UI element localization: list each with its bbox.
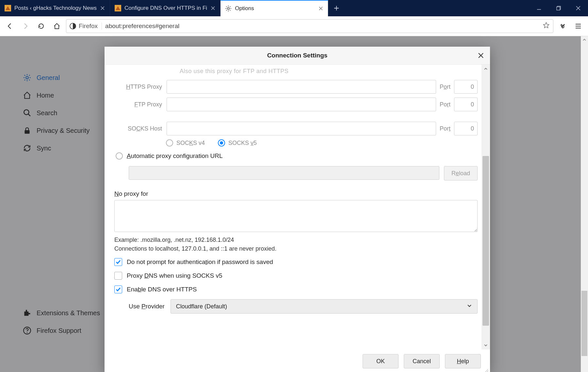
ftp-proxy-input[interactable] [167,98,436,111]
titlebar: Posts ‹ gHacks Technology News Configure… [0,0,588,16]
tab-label: Configure DNS Over HTTPS in Fi [124,5,207,11]
auto-url-radio[interactable] [116,152,123,160]
svg-point-2 [227,8,229,9]
no-proxy-textarea[interactable] [114,200,478,232]
close-icon[interactable] [318,6,323,11]
proxy-dns-socks-label: Proxy DNS when using SOCKS v5 [127,272,222,279]
new-tab-button[interactable] [328,0,345,16]
socks-host-input[interactable] [167,122,436,135]
page-scrollbar[interactable] [581,36,588,372]
enable-doh-checkbox[interactable] [114,286,122,293]
preferences-page: General Home Search Privacy & Security S… [0,36,588,372]
nav-toolbar: Firefox about:preferences#general [0,16,588,36]
dialog-footer: OK Cancel Help [105,349,490,372]
socks-port-input[interactable] [454,122,478,135]
gear-icon [225,5,232,12]
scroll-up-icon[interactable] [581,36,588,43]
bookmark-star-icon[interactable] [543,22,550,31]
browser-tab-1[interactable]: Configure DNS Over HTTPS in Fi [110,0,220,16]
window-restore-button[interactable] [549,0,568,16]
no-auth-prompt-checkbox[interactable] [114,258,122,266]
port-label: Port [436,84,454,90]
use-provider-label: Use Provider [129,303,165,310]
auto-url-input[interactable] [129,166,439,180]
svg-rect-4 [557,7,560,10]
window-close-button[interactable] [568,0,588,16]
socks-v4-radio[interactable]: SOCKS v4 [166,139,205,147]
favicon-icon [115,5,121,11]
dialog-close-button[interactable] [478,52,484,59]
tab-label: Options [235,5,315,12]
scroll-up-icon[interactable] [482,65,490,73]
provider-dropdown[interactable]: Cloudflare (Default) [171,299,478,314]
socks-host-label: SOCKS Host [114,125,167,132]
https-port-input[interactable] [454,80,478,94]
no-proxy-label: No proxy for [114,190,478,197]
cancel-button[interactable]: Cancel [404,354,440,368]
dialog-title: Connection Settings [267,52,328,59]
url-text: about:preferences#general [105,23,539,30]
scroll-down-icon[interactable] [482,341,490,349]
back-button[interactable] [3,20,16,33]
resize-handle[interactable] [484,367,489,372]
auto-url-label: Automatic proxy configuration URL [127,152,223,160]
connection-settings-dialog: Connection Settings Also use this proxy … [105,47,490,372]
url-bar[interactable]: Firefox about:preferences#general [66,19,553,33]
close-icon[interactable] [210,6,216,11]
reload-button[interactable]: Reload [444,166,478,180]
https-proxy-label: HTTPS Proxy [114,84,167,90]
ftp-proxy-label: FTP Proxy [114,101,167,108]
provider-value: Cloudflare (Default) [176,303,227,310]
ok-button[interactable]: OK [363,354,399,368]
port-label: Port [436,125,454,132]
identity-box[interactable]: Firefox [70,23,102,30]
window-minimize-button[interactable] [529,0,549,16]
browser-tab-0[interactable]: Posts ‹ gHacks Technology News [0,0,110,16]
help-button[interactable]: Help [445,354,481,368]
no-proxy-example: Example: .mozilla.org, .net.nz, 192.168.… [114,237,478,243]
also-proxy-text: Also use this proxy for FTP and HTTPS [180,68,478,75]
scroll-thumb[interactable] [581,291,587,356]
localhost-note: Connections to localhost, 127.0.0.1, and… [114,245,478,252]
dialog-body: Also use this proxy for FTP and HTTPS HT… [105,65,490,349]
no-auth-prompt-label: Do not prompt for authentication if pass… [127,258,273,266]
menu-button[interactable] [572,20,585,33]
overflow-button[interactable] [556,20,569,33]
scroll-thumb[interactable] [482,156,489,326]
enable-doh-label: Enable DNS over HTTPS [127,286,197,293]
forward-button[interactable] [19,20,32,33]
dialog-header: Connection Settings [105,47,490,65]
socks-v5-radio[interactable]: SOCKS v5 [218,139,257,147]
port-label: Port [436,101,454,108]
proxy-dns-socks-checkbox[interactable] [114,272,122,280]
tab-label: Posts ‹ gHacks Technology News [14,5,97,11]
identity-label: Firefox [79,23,98,30]
reload-button[interactable] [35,20,48,33]
https-proxy-input[interactable] [167,80,436,94]
close-icon[interactable] [100,6,105,11]
dialog-scrollbar[interactable] [482,65,490,349]
ftp-port-input[interactable] [454,98,478,111]
home-button[interactable] [50,20,63,33]
favicon-icon [5,5,11,11]
firefox-icon [70,23,76,29]
chevron-down-icon [467,303,472,310]
browser-tab-2[interactable]: Options [220,0,328,16]
